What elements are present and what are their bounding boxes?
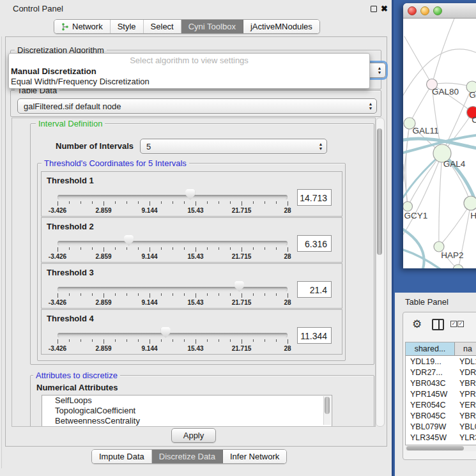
threshold-value-field[interactable]: 14.713: [297, 189, 332, 206]
table-row[interactable]: YER054CYER0: [406, 400, 476, 411]
slider-tick: [173, 339, 173, 342]
columns-icon[interactable]: [432, 319, 444, 330]
slider-tick: [104, 339, 104, 344]
close-icon[interactable]: ✖: [381, 4, 389, 13]
cell-shared-name: YBR045C: [410, 411, 446, 422]
slider-scale-label: 9.144: [130, 299, 169, 306]
cell-name: YLR3: [459, 433, 476, 443]
table-data-combo[interactable]: galFiltered.sif default node ▲▼: [17, 98, 377, 114]
table-row[interactable]: YLR345WYLR3: [406, 433, 476, 443]
slider-scale-label: 15.43: [176, 253, 215, 260]
attributes-scrollbar-thumb[interactable]: [325, 397, 330, 414]
tab-style[interactable]: Style: [111, 20, 144, 33]
tab-select[interactable]: Select: [144, 20, 181, 33]
control-panel-title: Control Panel: [13, 4, 63, 13]
node-table[interactable]: shared... na YDL19...YDL1YDR27...YDR2YBR…: [405, 342, 476, 445]
network-icon: [61, 23, 69, 31]
network-node-h[interactable]: [464, 196, 476, 210]
control-panel-titlebar: Control Panel ✖: [0, 0, 392, 17]
slider-track[interactable]: [58, 287, 288, 291]
slider-tick: [242, 247, 242, 252]
slider-tick: [104, 201, 104, 206]
slider-tick: [196, 247, 196, 252]
numerical-attributes-list[interactable]: SelfLoopsTopologicalCoefficientBetweenne…: [42, 395, 332, 427]
close-traffic-light-icon[interactable]: [408, 6, 417, 15]
network-edge: [410, 84, 432, 123]
settings-scrollbar-thumb[interactable]: [377, 128, 382, 255]
attributes-list-scrollbar[interactable]: [323, 396, 331, 425]
slider-tick: [173, 293, 173, 296]
threshold-value-field[interactable]: 21.4: [297, 281, 332, 298]
cell-shared-name: YLR345W: [410, 433, 447, 443]
settings-scroll-viewport: Interval Definition Number of Intervals …: [12, 118, 376, 427]
slider-track[interactable]: [58, 241, 288, 245]
interval-definition-title: Interval Definition: [36, 119, 105, 128]
apply-button[interactable]: Apply: [171, 428, 216, 443]
slider-tick: [276, 293, 277, 296]
threshold-panel-4: Threshold 4-3.4262.8599.14415.4321.71528…: [41, 309, 342, 355]
slider-track[interactable]: [58, 195, 288, 199]
table-row[interactable]: YBL079WYBL0: [406, 422, 476, 433]
control-panel-tab-bar: NetworkStyleSelectCyni ToolboxjActiveMNo…: [54, 19, 320, 34]
attribute-item[interactable]: SelfLoops: [42, 395, 332, 406]
settings-scrollbar[interactable]: [376, 118, 385, 427]
threshold-value-field[interactable]: 11.344: [297, 327, 332, 344]
tab-impute-data[interactable]: Impute Data: [92, 450, 152, 463]
slider-tick: [276, 247, 277, 250]
cell-name: YDL1: [459, 357, 476, 367]
cell-name: YBL0: [459, 422, 476, 433]
slider-tick: [81, 247, 81, 250]
tab-label: Style: [118, 22, 136, 31]
select-all-checkbox-icon[interactable]: ✓: [457, 321, 464, 327]
attribute-item[interactable]: BetweennessCentrality: [42, 416, 332, 426]
network-window-titlebar[interactable]: [403, 3, 476, 19]
slider-tick: [253, 201, 254, 204]
algorithm-option[interactable]: Equal Width/Frequency Discretization: [11, 77, 150, 86]
network-node[interactable]: [453, 265, 463, 268]
slider-scale-label: 28: [268, 345, 307, 352]
node-label: GA: [469, 90, 476, 100]
network-node-gcy1[interactable]: [403, 202, 413, 211]
slider-tick: [230, 247, 231, 250]
float-window-icon[interactable]: [369, 4, 378, 13]
slider-tick: [230, 339, 231, 342]
threshold-value-field[interactable]: 6.316: [297, 235, 332, 252]
tab-infer-network[interactable]: Infer Network: [223, 450, 286, 463]
gear-icon[interactable]: ⚙: [412, 319, 422, 330]
control-panel: Control Panel ✖ NetworkStyleSelectCyni T…: [0, 0, 392, 476]
node-label: GAL80: [432, 87, 459, 96]
table-hscrollbar-thumb[interactable]: [406, 446, 464, 450]
column-header-name[interactable]: na: [455, 342, 476, 356]
node-label: GCY1: [404, 211, 428, 220]
slider-tick: [242, 293, 242, 298]
slider-tick: [127, 339, 127, 342]
network-view-window[interactable]: GAL80GACGAL11GAL4GCY1HHAP2: [403, 3, 476, 268]
tab-jactivemnodules[interactable]: jActiveMNodules: [243, 20, 319, 33]
cell-name: YDR2: [459, 367, 476, 378]
slider-scale-label: 15.43: [176, 207, 215, 214]
slider-tick: [58, 247, 58, 252]
table-row[interactable]: YDR27...YDR2: [406, 367, 476, 378]
column-header-shared-name[interactable]: shared...: [406, 342, 455, 356]
minimize-traffic-light-icon[interactable]: [420, 6, 429, 15]
slider-tick: [265, 339, 265, 342]
slider-tick: [196, 201, 196, 206]
tab-discretize-data[interactable]: Discretize Data: [152, 450, 223, 463]
tab-cyni-toolbox[interactable]: Cyni Toolbox: [181, 20, 243, 33]
algorithm-option[interactable]: Manual Discretization: [11, 66, 96, 76]
table-row[interactable]: YBR045CYBR0: [406, 411, 476, 422]
table-row[interactable]: YBR043CYBR0: [406, 378, 476, 389]
tab-network[interactable]: Network: [54, 20, 111, 33]
zoom-traffic-light-icon[interactable]: [433, 6, 442, 15]
slider-track[interactable]: [58, 333, 288, 337]
table-horizontal-scrollbar[interactable]: [405, 445, 476, 451]
table-row[interactable]: YPR145WYPR1: [406, 389, 476, 400]
attribute-item[interactable]: TopologicalCoefficient: [42, 406, 332, 416]
slider-tick: [115, 247, 116, 250]
threshold-label: Threshold 2: [47, 222, 94, 231]
table-row[interactable]: YDL19...YDL1: [406, 357, 476, 367]
select-columns-checkbox-icon[interactable]: ✓: [450, 321, 457, 327]
slider-scale-label: 2.859: [84, 253, 123, 260]
number-of-intervals-combo[interactable]: 5 ▲▼: [140, 139, 327, 154]
network-canvas[interactable]: GAL80GACGAL11GAL4GCY1HHAP2: [403, 19, 476, 268]
